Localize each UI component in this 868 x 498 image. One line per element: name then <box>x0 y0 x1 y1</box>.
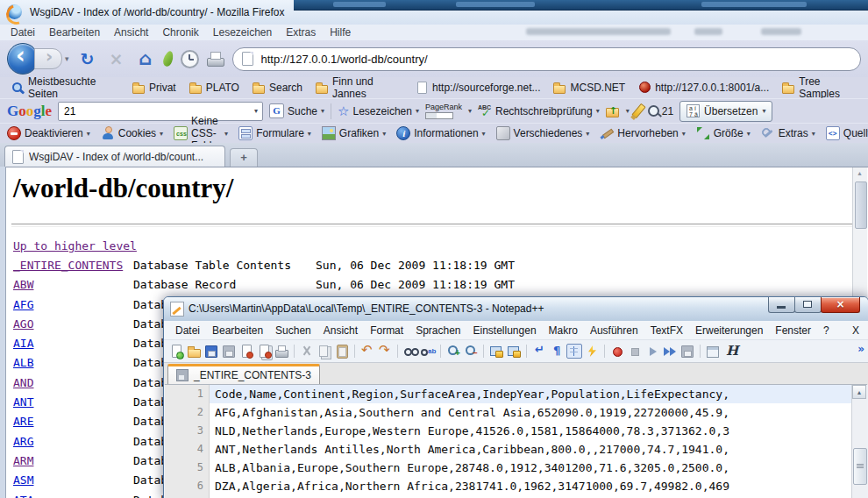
save-icon[interactable] <box>203 344 219 359</box>
new-file-icon[interactable] <box>168 344 184 359</box>
history-dropdown-icon[interactable]: ▾ <box>65 54 69 63</box>
google-bookmarks-button[interactable]: ☆ Lesezeichen ▾ <box>338 104 419 117</box>
search-dropdown-icon[interactable]: ▾ <box>254 107 258 115</box>
run-macro-multiple-icon[interactable] <box>662 344 678 359</box>
notepadpp-menu-item[interactable]: Ansicht <box>317 324 364 337</box>
record-macro-icon[interactable] <box>609 344 625 359</box>
entry-link[interactable]: AFG <box>13 298 33 311</box>
bookmark-item[interactable]: Meistbesuchte Seiten <box>5 75 125 101</box>
webdev-menu-button[interactable]: Formulare ▾ <box>238 126 311 140</box>
find-icon[interactable] <box>402 344 418 359</box>
sync-horizontal-icon[interactable] <box>506 344 522 359</box>
bookmark-item[interactable]: Search <box>246 81 308 95</box>
restore-button[interactable] <box>794 297 822 313</box>
webdev-menu-button[interactable]: Deaktivieren ▾ <box>7 126 90 140</box>
notepadpp-menu-item[interactable]: Makro <box>543 324 584 337</box>
webdev-menu-button[interactable]: Grafiken ▾ <box>322 126 386 140</box>
entry-link[interactable]: ARE <box>13 415 33 428</box>
function-completion-icon[interactable] <box>584 344 600 359</box>
notepadpp-menu-item[interactable]: Datei <box>169 324 206 337</box>
translate-button[interactable]: a í 7 ä Übersetzen ▾ <box>679 101 772 122</box>
url-input[interactable] <box>260 52 851 67</box>
chevron-down-icon[interactable]: ▾ <box>626 107 630 115</box>
refresh-icon[interactable]: ↻ <box>77 49 98 68</box>
entry-link[interactable]: ATA <box>13 494 33 498</box>
bookmark-item[interactable]: http://sourceforge.net... <box>409 81 545 95</box>
sync-vertical-icon[interactable] <box>488 344 504 359</box>
google-search-box[interactable]: ▾ <box>58 102 263 121</box>
webdev-menu-button[interactable]: Cookies ▾ <box>101 126 163 140</box>
notepadpp-menu-item[interactable]: Fenster <box>769 324 817 337</box>
entry-link[interactable]: ARM <box>13 454 33 467</box>
open-file-icon[interactable] <box>186 344 202 359</box>
print-icon[interactable] <box>274 344 289 359</box>
zoom-control[interactable]: 21 <box>648 105 673 117</box>
notepadpp-menu-item[interactable]: Suchen <box>269 324 317 337</box>
firefox-menu-item[interactable]: Ansicht <box>107 26 155 39</box>
minimize-button[interactable] <box>768 297 795 313</box>
zoom-in-icon[interactable] <box>445 344 461 359</box>
leaf-addon-icon[interactable] <box>161 50 174 68</box>
save-macro-icon[interactable] <box>679 344 695 359</box>
firefox-menu-item[interactable]: Hilfe <box>323 26 358 39</box>
document-tab[interactable]: _ENTIRE_CONTENTS-3 <box>167 364 320 384</box>
view-in-browser-icon[interactable] <box>722 344 738 359</box>
bookmark-item[interactable]: Finn und Jannes <box>309 75 408 101</box>
highlighter-icon[interactable] <box>631 103 645 119</box>
document-close-button[interactable]: X <box>852 324 859 337</box>
firefox-menu-item[interactable]: Extras <box>279 26 323 39</box>
firefox-menu-item[interactable]: Chronik <box>155 26 205 39</box>
stop-macro-icon[interactable] <box>627 344 643 359</box>
editor-area[interactable]: 1 Code,Name,Continent,Region,SurfaceArea… <box>165 384 867 498</box>
paste-icon[interactable] <box>334 344 350 359</box>
new-tab-button[interactable]: + <box>230 148 258 167</box>
entry-link[interactable]: ANT <box>13 395 33 409</box>
entry-link[interactable]: ARG <box>13 435 33 448</box>
play-macro-icon[interactable] <box>644 344 660 359</box>
webdev-menu-button[interactable]: Größe ▾ <box>696 126 751 140</box>
scroll-up-icon[interactable]: ▲ <box>852 385 866 399</box>
print-icon[interactable] <box>207 52 224 66</box>
bookmark-item[interactable]: http://127.0.0.1:8001/a... <box>632 81 774 95</box>
bookmark-item[interactable]: Privat <box>126 81 181 95</box>
notepadpp-menu-item[interactable]: Ausführen <box>584 324 644 337</box>
notepadpp-menu-item[interactable]: Sprachen <box>409 324 466 337</box>
show-all-chars-icon[interactable] <box>549 344 565 359</box>
close-file-icon[interactable] <box>238 344 254 359</box>
notepadpp-menu-item[interactable]: Einstellungen <box>467 324 543 337</box>
word-wrap-icon[interactable] <box>531 344 547 359</box>
entry-link[interactable]: _ENTIRE_CONTENTS <box>13 259 123 272</box>
notepadpp-menu-item[interactable]: TextFX <box>644 324 689 337</box>
copy-icon[interactable] <box>317 344 332 359</box>
entry-link[interactable]: ALB <box>13 356 33 369</box>
entry-link[interactable]: ABW <box>13 278 33 291</box>
notepadpp-menu-item[interactable]: Format <box>364 324 409 337</box>
browser-tab[interactable]: WsgiDAV - Index of /world-db/count... <box>4 146 225 167</box>
history-clock-icon[interactable] <box>181 50 199 68</box>
cut-icon[interactable] <box>299 344 315 359</box>
close-button[interactable]: × <box>821 297 860 313</box>
google-search-button[interactable]: G Suche ▾ <box>269 103 324 118</box>
bookmark-item[interactable]: Tree Samples <box>776 75 863 101</box>
send-to-icon[interactable] <box>606 105 620 117</box>
webdev-menu-button[interactable]: Informationen ▾ <box>396 126 485 140</box>
webdev-menu-button[interactable]: Extras ▾ <box>761 126 815 140</box>
bookmark-item[interactable]: MCSD.NET <box>547 81 630 95</box>
notepadpp-titlebar[interactable]: C:\Users\Martin\AppData\Local\Temp\_ENTI… <box>164 297 868 322</box>
stop-icon[interactable]: × <box>106 49 127 68</box>
home-icon[interactable]: ⌂ <box>135 48 156 69</box>
redo-icon[interactable] <box>377 344 393 359</box>
toolbar-overflow-chevron[interactable]: » <box>857 343 864 355</box>
scrollbar-thumb[interactable] <box>855 181 867 229</box>
firefox-menu-item[interactable]: Bearbeiten <box>42 26 107 39</box>
indent-guide-icon[interactable] <box>566 344 582 359</box>
webdev-menu-button[interactable]: Quelltext ▾ <box>826 126 868 140</box>
firefox-menu-item[interactable]: Datei <box>4 26 42 39</box>
save-all-icon[interactable] <box>221 344 237 359</box>
entry-link[interactable]: AGO <box>13 317 33 331</box>
notepadpp-menu-item[interactable]: ? <box>817 324 836 337</box>
undo-icon[interactable] <box>359 344 375 359</box>
replace-icon[interactable] <box>420 344 436 359</box>
bookmark-item[interactable]: PLATO <box>183 81 245 95</box>
editor-scrollbar[interactable]: ▲ <box>851 385 867 498</box>
